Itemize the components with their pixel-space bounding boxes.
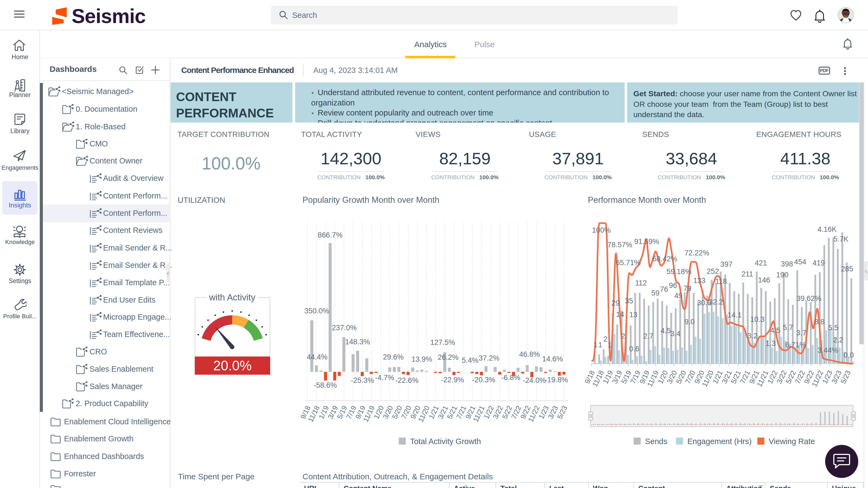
svg-text:59.18%: 59.18%: [666, 268, 691, 276]
svg-text:1: 1: [608, 341, 612, 349]
svg-text:5.5: 5.5: [828, 324, 838, 332]
svg-text:133: 133: [693, 276, 705, 285]
svg-text:100%: 100%: [592, 226, 611, 234]
svg-text:26.2%: 26.2%: [438, 353, 459, 361]
svg-text:49: 49: [674, 292, 682, 300]
svg-text:1.3: 1.3: [766, 339, 776, 348]
svg-text:1: 1: [593, 341, 597, 349]
svg-text:4.5: 4.5: [660, 327, 671, 335]
svg-text:-6.8%: -6.8%: [501, 373, 521, 382]
svg-text:5/23: 5/23: [556, 404, 569, 420]
svg-text:1: 1: [598, 341, 602, 349]
svg-text:-24.0%: -24.0%: [523, 376, 546, 384]
svg-text:350.0%: 350.0%: [304, 307, 329, 315]
svg-text:79: 79: [683, 284, 691, 293]
svg-text:398: 398: [781, 260, 793, 268]
svg-text:13.9%: 13.9%: [411, 355, 432, 363]
svg-text:72.22%: 72.22%: [684, 249, 709, 257]
svg-text:285: 285: [841, 265, 853, 273]
svg-text:454: 454: [794, 258, 806, 266]
svg-text:-4.7%: -4.7%: [375, 373, 394, 382]
svg-text:3.4: 3.4: [670, 330, 681, 338]
svg-text:-19.8%: -19.8%: [545, 376, 568, 384]
svg-text:5.4%: 5.4%: [462, 356, 478, 364]
svg-text:2.2: 2.2: [833, 336, 843, 344]
svg-text:9.0: 9.0: [684, 318, 695, 326]
svg-text:-22.9%: -22.9%: [441, 376, 464, 384]
svg-text:46.8%: 46.8%: [519, 350, 540, 358]
svg-text:252: 252: [707, 267, 719, 275]
svg-text:211: 211: [741, 270, 753, 278]
svg-text:96: 96: [669, 282, 677, 290]
svg-text:148.3%: 148.3%: [345, 338, 370, 346]
svg-text:13: 13: [629, 311, 638, 319]
svg-text:65.71%: 65.71%: [616, 259, 641, 267]
svg-text:112: 112: [635, 279, 647, 287]
svg-text:59: 59: [651, 289, 659, 297]
svg-text:-20.3%: -20.3%: [472, 376, 495, 384]
svg-text:29: 29: [611, 299, 620, 307]
svg-text:14.1: 14.1: [727, 311, 742, 319]
svg-text:866.7%: 866.7%: [318, 231, 343, 239]
svg-text:3.2: 3.2: [747, 332, 757, 340]
svg-text:5.7K: 5.7K: [833, 235, 848, 243]
svg-text:190: 190: [776, 271, 788, 279]
svg-text:3.44%: 3.44%: [817, 346, 838, 354]
svg-text:35: 35: [625, 297, 633, 305]
svg-text:2.7: 2.7: [643, 332, 653, 340]
svg-text:44.4%: 44.4%: [307, 353, 328, 361]
svg-text:0.6: 0.6: [629, 345, 639, 353]
svg-text:-25.3%: -25.3%: [351, 376, 374, 384]
svg-text:32.2: 32.2: [709, 298, 723, 306]
svg-text:237.0%: 237.0%: [332, 324, 357, 332]
svg-text:39.62%: 39.62%: [796, 294, 822, 302]
svg-text:146: 146: [758, 276, 770, 284]
svg-text:91.59%: 91.59%: [634, 237, 659, 246]
svg-text:397: 397: [720, 260, 733, 268]
svg-text:5/23: 5/23: [839, 369, 852, 385]
svg-text:421: 421: [755, 259, 767, 267]
svg-text:118: 118: [715, 278, 727, 286]
svg-text:0.0: 0.0: [844, 351, 854, 359]
svg-text:37.2%: 37.2%: [479, 354, 500, 362]
svg-text:4.5: 4.5: [770, 326, 780, 334]
svg-text:14.6%: 14.6%: [542, 355, 563, 363]
svg-text:-58.6%: -58.6%: [314, 381, 337, 389]
svg-text:5.7: 5.7: [783, 323, 793, 332]
svg-text:6.71%: 6.71%: [785, 341, 806, 349]
svg-text:4.16K: 4.16K: [817, 225, 837, 233]
svg-text:127.5%: 127.5%: [430, 338, 455, 347]
svg-text:419: 419: [812, 259, 825, 267]
svg-text:78.57%: 78.57%: [607, 241, 632, 249]
svg-text:14: 14: [616, 311, 624, 319]
svg-text:29.6%: 29.6%: [383, 353, 404, 361]
svg-text:76: 76: [660, 285, 668, 293]
svg-text:-22.6%: -22.6%: [395, 376, 418, 384]
svg-text:2: 2: [603, 335, 607, 343]
svg-text:10.3: 10.3: [750, 315, 765, 323]
svg-text:8.8: 8.8: [814, 318, 825, 326]
svg-text:3.7: 3.7: [796, 329, 806, 337]
svg-text:68.42%: 68.42%: [652, 255, 677, 263]
svg-text:2: 2: [621, 332, 625, 340]
